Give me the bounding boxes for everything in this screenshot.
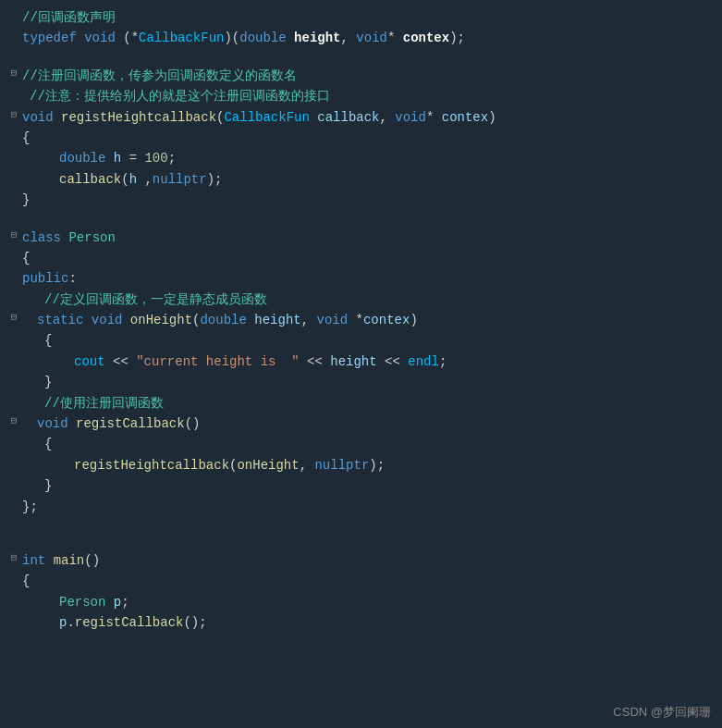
code-line-17: } — [0, 372, 722, 392]
kw-typedef: typedef — [22, 28, 77, 48]
fold-icon-2 — [7, 28, 20, 44]
param-height-1: height — [294, 28, 340, 48]
fold-icon-23 — [7, 497, 20, 513]
fold-icon-1 — [7, 7, 20, 24]
kw-void-3: void — [22, 107, 54, 128]
code-line-15: { — [0, 330, 722, 351]
kw-class: class — [22, 228, 61, 248]
fold-icon-13 — [7, 290, 20, 306]
kw-void-6: void — [317, 310, 349, 330]
watermark: CSDN @梦回阑珊 — [613, 704, 711, 721]
call-registheight-2: registHeightcallback — [74, 455, 229, 475]
code-line-24: ⊟ int main () — [0, 550, 722, 571]
kw-nullptr-1: nullptr — [153, 169, 207, 190]
code-line-23: }; — [0, 497, 722, 517]
spacer-1 — [0, 49, 722, 66]
fold-icon-20 — [7, 434, 20, 450]
param-callback: callback — [317, 107, 379, 128]
code-line-27: p . registCallback (); — [0, 612, 722, 633]
code-line-21: registHeightcallback ( onHeight , nullpt… — [0, 455, 722, 475]
code-line-19: ⊟ void registCallback () — [0, 413, 722, 434]
fold-icon-4 — [7, 86, 20, 103]
param-contex-1: contex — [403, 28, 449, 48]
type-callbackfun-2: CallbackFun — [224, 107, 309, 128]
var-height: height — [330, 352, 376, 372]
fold-icon-6 — [7, 128, 20, 144]
comment-2: //注册回调函数，传参为回调函数定义的函数名 — [22, 66, 297, 86]
str-current: "current height is " — [136, 352, 299, 372]
fold-icon-14[interactable]: ⊟ — [7, 310, 20, 327]
fold-icon-9 — [7, 190, 20, 206]
func-registheight: registHeightcallback — [61, 107, 216, 128]
code-line-26: Person p ; — [0, 592, 722, 612]
kw-nullptr-2: nullptr — [314, 455, 369, 475]
func-main: main — [54, 550, 85, 571]
kw-int: int — [22, 550, 45, 571]
code-line-4: //注意：提供给别人的就是这个注册回调函数的接口 — [0, 86, 722, 106]
type-person: Person — [59, 592, 105, 612]
kw-void-7: void — [37, 413, 68, 434]
code-line-3: ⊟ //注册回调函数，传参为回调函数定义的函数名 — [0, 66, 722, 86]
code-line-12: public : — [0, 268, 722, 289]
code-line-5: ⊟ void registHeightcallback ( CallbackFu… — [0, 107, 722, 128]
fold-icon-21 — [7, 455, 20, 472]
func-onheight: onHeight — [130, 310, 192, 330]
comment-3: //注意：提供给别人的就是这个注册回调函数的接口 — [30, 86, 330, 106]
comment-4: //定义回调函数，一定是静态成员函数 — [44, 290, 267, 310]
kw-void-5: void — [92, 310, 123, 330]
fold-icon-26 — [7, 592, 20, 609]
code-container: //回调函数声明 typedef void (* CallbackFun )( … — [0, 0, 722, 728]
call-callback: callback — [59, 169, 121, 190]
fold-icon-18 — [7, 393, 20, 410]
code-line-8: callback ( h , nullptr ); — [0, 169, 722, 190]
fold-icon-19[interactable]: ⊟ — [7, 413, 20, 430]
arg-onheight: onHeight — [237, 455, 299, 475]
spacer-2 — [0, 211, 722, 228]
type-callbackfun: CallbackFun — [139, 28, 224, 48]
fold-icon-24[interactable]: ⊟ — [7, 550, 20, 567]
kw-double-3: double — [200, 310, 246, 330]
code-line-16: cout << "current height is " << height <… — [0, 352, 722, 372]
var-h: h — [114, 148, 121, 168]
param-contex-3: contex — [363, 310, 410, 330]
kw-void-1: void — [84, 28, 116, 48]
num-100: 100 — [144, 148, 167, 168]
fold-icon-5[interactable]: ⊟ — [7, 107, 20, 124]
fold-icon-25 — [7, 571, 20, 587]
code-line-25: { — [0, 571, 722, 591]
call-registcallback-2: registCallback — [75, 612, 184, 633]
code-line-14: ⊟ static void onHeight ( double height ,… — [0, 310, 722, 330]
kw-void-2: void — [356, 28, 387, 48]
code-line-1: //回调函数声明 — [0, 7, 722, 28]
fold-icon-27 — [7, 612, 20, 629]
spacer-3 — [0, 517, 722, 534]
kw-public: public — [22, 268, 68, 289]
code-line-18: //使用注册回调函数 — [0, 393, 722, 413]
param-height-2: height — [254, 310, 300, 330]
fold-icon-15 — [7, 330, 20, 347]
code-line-7: double h = 100 ; — [0, 148, 722, 168]
kw-double-1: double — [239, 28, 286, 48]
fold-icon-16 — [7, 352, 20, 368]
comment-5: //使用注册回调函数 — [44, 393, 164, 413]
kw-static: static — [37, 310, 83, 330]
class-person: Person — [68, 228, 115, 248]
code-line-20: { — [0, 434, 722, 454]
kw-cout: cout — [74, 352, 105, 372]
code-line-13: //定义回调函数，一定是静态成员函数 — [0, 290, 722, 310]
code-line-2: typedef void (* CallbackFun )( double he… — [0, 28, 722, 48]
spacer-4 — [0, 534, 722, 550]
fold-icon-10[interactable]: ⊟ — [7, 228, 20, 244]
code-line-11: { — [0, 248, 722, 268]
kw-void-4: void — [395, 107, 426, 128]
comment-1: //回调函数声明 — [22, 7, 116, 28]
fold-icon-3[interactable]: ⊟ — [7, 66, 20, 82]
fold-icon-7 — [7, 148, 20, 165]
code-line-22: } — [0, 475, 722, 496]
code-line-6: { — [0, 128, 722, 148]
var-p-2: p — [59, 612, 67, 633]
code-line-10: ⊟ class Person — [0, 228, 722, 248]
arg-h: h — [129, 169, 137, 190]
kw-double-2: double — [59, 148, 105, 168]
kw-endl: endl — [408, 352, 439, 372]
